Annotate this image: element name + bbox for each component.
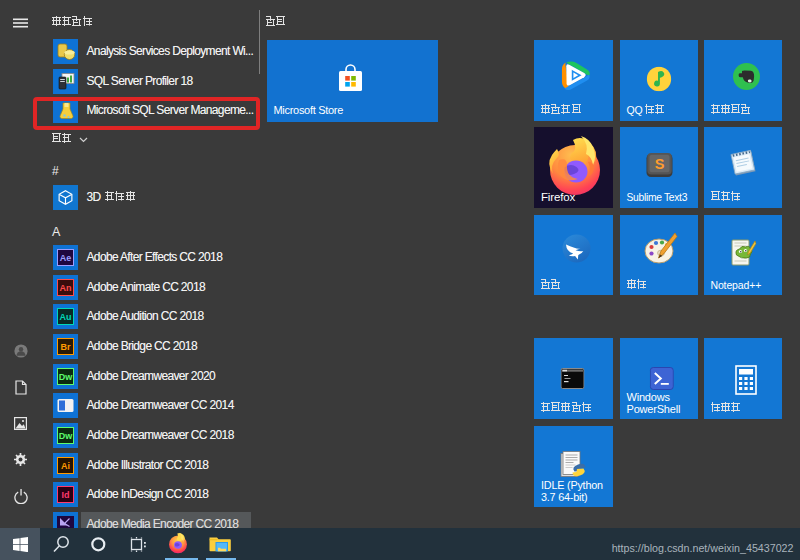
svg-text:S: S	[654, 156, 664, 172]
